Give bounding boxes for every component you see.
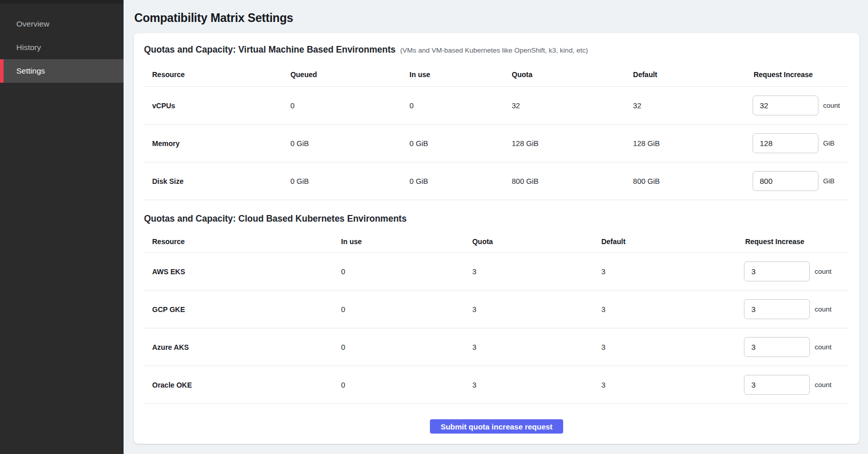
page-title: Compatibility Matrix Settings (134, 11, 859, 25)
sidebar-item-history[interactable]: History (0, 36, 124, 59)
resource-name: Disk Size (144, 177, 282, 185)
sidebar-item-label: History (16, 43, 41, 52)
column-header-quota: Quota (503, 70, 625, 79)
column-header-resource: Resource (144, 70, 282, 79)
default-value: 3 (593, 268, 737, 276)
sidebar-item-settings[interactable]: Settings (0, 59, 124, 83)
resource-name: AWS EKS (144, 268, 333, 276)
column-header-in-use: In use (333, 237, 464, 246)
table-row-azure-aks: Azure AKS 0 3 3 count (144, 328, 849, 366)
queued-value: 0 (282, 102, 401, 110)
default-value: 3 (593, 381, 737, 389)
column-header-default: Default (625, 70, 745, 79)
column-header-request-increase: Request Increase (745, 70, 849, 79)
request-increase-input-disk-size[interactable] (753, 171, 818, 191)
unit-label: count (814, 268, 831, 275)
default-value: 3 (593, 343, 737, 351)
unit-label: count (814, 343, 831, 351)
sidebar-item-overview[interactable]: Overview (0, 12, 124, 36)
table-header-row: Resource In use Quota Default Request In… (144, 230, 849, 253)
sidebar-item-label: Overview (16, 19, 50, 29)
quota-value: 3 (464, 305, 593, 314)
default-value: 128 GiB (625, 139, 745, 148)
resource-name: GCP GKE (144, 305, 333, 314)
quota-value: 800 GiB (503, 177, 625, 185)
default-value: 32 (625, 102, 745, 110)
in-use-value: 0 GiB (401, 177, 503, 185)
section-cloud-kubernetes: Quotas and Capacity: Cloud Based Kuberne… (144, 213, 849, 404)
column-header-in-use: In use (401, 70, 503, 79)
in-use-value: 0 (333, 381, 464, 389)
quota-value: 32 (503, 102, 625, 110)
unit-label: GiB (823, 139, 835, 147)
queued-value: 0 GiB (282, 177, 401, 185)
unit-label: count (814, 305, 831, 313)
section-subtitle: (VMs and VM-based Kubernetes like OpenSh… (400, 46, 588, 54)
in-use-value: 0 (333, 305, 464, 314)
table-row-aws-eks: AWS EKS 0 3 3 count (144, 253, 849, 291)
default-value: 3 (593, 305, 737, 314)
column-header-resource: Resource (144, 237, 333, 246)
in-use-value: 0 GiB (401, 139, 503, 148)
resource-name: Azure AKS (144, 343, 333, 351)
request-increase-input-aws-eks[interactable] (744, 261, 810, 281)
quota-value: 128 GiB (503, 139, 625, 148)
table-row-disk-size: Disk Size 0 GiB 0 GiB 800 GiB 800 GiB Gi… (144, 162, 849, 200)
table-row-gcp-gke: GCP GKE 0 3 3 count (144, 291, 849, 328)
column-header-quota: Quota (464, 237, 593, 246)
unit-label: count (814, 381, 831, 389)
submit-row: Submit quota increase request (144, 419, 849, 434)
resource-name: Memory (144, 139, 282, 148)
column-header-default: Default (593, 237, 737, 246)
main-content: Compatibility Matrix Settings Quotas and… (124, 0, 868, 454)
section-heading: Quotas and Capacity: Cloud Based Kuberne… (144, 213, 849, 224)
column-header-queued: Queued (282, 70, 401, 79)
table-row-oracle-oke: Oracle OKE 0 3 3 count (144, 366, 849, 404)
submit-quota-increase-button[interactable]: Submit quota increase request (430, 419, 563, 434)
sidebar-item-label: Settings (16, 66, 45, 76)
queued-value: 0 GiB (282, 139, 401, 148)
unit-label: count (823, 102, 840, 109)
quota-value: 3 (464, 268, 593, 276)
section-heading: Quotas and Capacity: Virtual Machine Bas… (144, 44, 849, 55)
quota-value: 3 (464, 381, 593, 389)
section-vm-environments: Quotas and Capacity: Virtual Machine Bas… (144, 44, 849, 200)
sidebar: Overview History Settings (0, 0, 124, 454)
request-increase-input-gcp-gke[interactable] (744, 299, 810, 319)
table-row-vcpus: vCPUs 0 0 32 32 count (144, 87, 849, 125)
section-title: Quotas and Capacity: Virtual Machine Bas… (144, 44, 396, 55)
resource-name: Oracle OKE (144, 381, 333, 389)
request-increase-input-vcpus[interactable] (753, 95, 818, 115)
in-use-value: 0 (401, 102, 503, 110)
active-accent-bar (0, 59, 4, 83)
section-title: Quotas and Capacity: Cloud Based Kuberne… (144, 213, 406, 224)
in-use-value: 0 (333, 343, 464, 351)
request-increase-input-azure-aks[interactable] (744, 337, 810, 357)
resource-name: vCPUs (144, 102, 282, 110)
table-header-row: Resource Queued In use Quota Default Req… (144, 62, 849, 87)
request-increase-input-oracle-oke[interactable] (744, 375, 810, 395)
table-row-memory: Memory 0 GiB 0 GiB 128 GiB 128 GiB GiB (144, 125, 849, 162)
column-header-request-increase: Request Increase (737, 237, 849, 246)
unit-label: GiB (823, 177, 835, 185)
settings-card: Quotas and Capacity: Virtual Machine Bas… (134, 33, 859, 444)
in-use-value: 0 (333, 268, 464, 276)
quota-value: 3 (464, 343, 593, 351)
default-value: 800 GiB (625, 177, 745, 185)
request-increase-input-memory[interactable] (753, 133, 818, 153)
